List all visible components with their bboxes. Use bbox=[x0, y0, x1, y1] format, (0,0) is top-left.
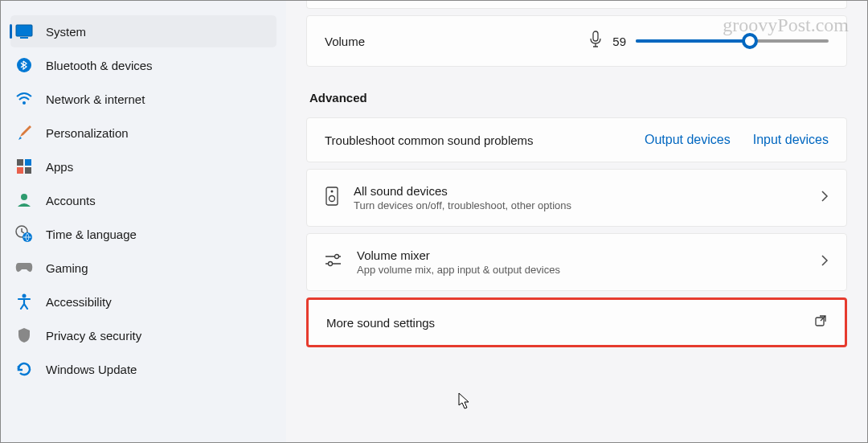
accessibility-icon bbox=[15, 293, 33, 310]
clock-globe-icon bbox=[15, 225, 33, 243]
volume-value: 59 bbox=[612, 35, 626, 48]
speaker-icon bbox=[325, 186, 339, 210]
truncated-card bbox=[306, 1, 847, 9]
sidebar-item-label: Accounts bbox=[46, 194, 96, 207]
mixer-title: Volume mixer bbox=[357, 248, 560, 262]
input-devices-link[interactable]: Input devices bbox=[753, 133, 829, 147]
sidebar-item-label: Bluetooth & devices bbox=[46, 59, 153, 72]
sidebar-item-label: Time & language bbox=[46, 228, 137, 241]
svg-rect-4 bbox=[17, 159, 23, 166]
advanced-heading: Advanced bbox=[309, 91, 847, 105]
external-link-icon bbox=[814, 314, 827, 330]
apps-icon bbox=[15, 158, 33, 175]
system-icon bbox=[15, 23, 33, 40]
svg-rect-1 bbox=[20, 37, 28, 39]
sidebar-item-gaming[interactable]: Gaming bbox=[10, 252, 276, 284]
svg-point-11 bbox=[23, 294, 27, 298]
main-content: Volume 59 Advanced Troubleshoot common s… bbox=[286, 1, 867, 442]
all-sound-devices-card[interactable]: All sound devices Turn devices on/off, t… bbox=[306, 169, 847, 227]
volume-mixer-card[interactable]: Volume mixer App volume mix, app input &… bbox=[306, 233, 847, 291]
chevron-right-icon bbox=[821, 254, 829, 270]
sidebar-item-label: Windows Update bbox=[46, 363, 137, 376]
bluetooth-icon bbox=[15, 56, 33, 74]
sidebar-item-bluetooth[interactable]: Bluetooth & devices bbox=[10, 49, 276, 81]
shield-icon bbox=[15, 326, 33, 344]
svg-rect-0 bbox=[16, 25, 32, 36]
sidebar-item-privacy[interactable]: Privacy & security bbox=[10, 319, 276, 351]
sidebar-item-time-language[interactable]: Time & language bbox=[10, 218, 276, 250]
sidebar-item-label: Gaming bbox=[46, 261, 88, 275]
sidebar-item-windows-update[interactable]: Windows Update bbox=[10, 353, 276, 385]
update-icon bbox=[15, 360, 33, 378]
svg-point-16 bbox=[335, 255, 339, 259]
volume-card: Volume 59 bbox=[306, 15, 847, 67]
mixer-subtitle: App volume mix, app input & output devic… bbox=[357, 264, 560, 276]
sidebar-item-label: System bbox=[46, 25, 86, 39]
all-devices-subtitle: Turn devices on/off, troubleshoot, other… bbox=[354, 199, 571, 211]
sidebar-item-system[interactable]: System bbox=[10, 15, 276, 47]
troubleshoot-title: Troubleshoot common sound problems bbox=[325, 133, 534, 147]
svg-point-15 bbox=[330, 196, 335, 202]
sidebar-item-accounts[interactable]: Accounts bbox=[10, 184, 276, 216]
svg-point-8 bbox=[21, 194, 27, 200]
sidebar-item-label: Network & internet bbox=[46, 92, 145, 106]
all-devices-title: All sound devices bbox=[354, 184, 571, 198]
sidebar-item-network[interactable]: Network & internet bbox=[10, 83, 276, 115]
volume-label: Volume bbox=[325, 35, 365, 48]
gamepad-icon bbox=[15, 259, 33, 277]
mixer-icon bbox=[325, 252, 342, 272]
sidebar-item-accessibility[interactable]: Accessibility bbox=[10, 285, 276, 318]
more-sound-settings-card[interactable]: More sound settings bbox=[306, 297, 847, 347]
paintbrush-icon bbox=[15, 124, 33, 142]
sidebar-item-personalization[interactable]: Personalization bbox=[10, 117, 276, 149]
sidebar-item-label: Privacy & security bbox=[46, 329, 141, 343]
more-title: More sound settings bbox=[326, 316, 435, 330]
svg-rect-5 bbox=[25, 159, 31, 166]
account-icon bbox=[15, 191, 33, 209]
svg-point-3 bbox=[23, 101, 26, 105]
volume-slider[interactable] bbox=[636, 39, 829, 43]
svg-rect-6 bbox=[17, 167, 23, 174]
sidebar: System Bluetooth & devices Network & int… bbox=[1, 1, 286, 442]
troubleshoot-card: Troubleshoot common sound problems Outpu… bbox=[306, 117, 847, 162]
svg-rect-12 bbox=[593, 31, 598, 41]
wifi-icon bbox=[15, 90, 33, 108]
sidebar-item-label: Personalization bbox=[46, 126, 129, 140]
sidebar-item-apps[interactable]: Apps bbox=[10, 150, 276, 183]
microphone-icon[interactable] bbox=[588, 31, 603, 51]
sidebar-item-label: Accessibility bbox=[46, 295, 112, 309]
svg-point-17 bbox=[329, 262, 333, 266]
svg-point-14 bbox=[331, 191, 334, 193]
svg-rect-7 bbox=[25, 167, 31, 174]
sidebar-item-label: Apps bbox=[46, 160, 73, 174]
chevron-right-icon bbox=[821, 190, 829, 206]
output-devices-link[interactable]: Output devices bbox=[645, 133, 731, 147]
